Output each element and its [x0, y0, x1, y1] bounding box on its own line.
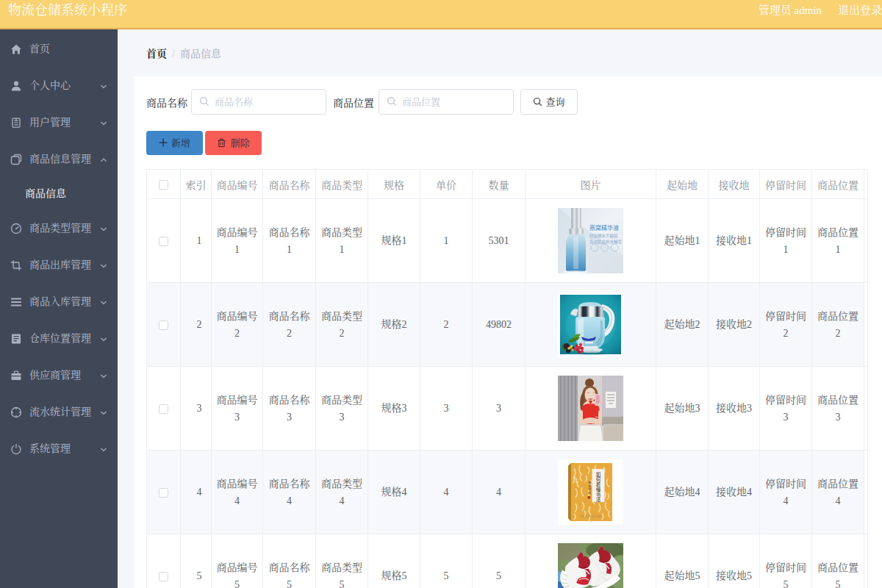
svg-text:春: 春	[589, 481, 592, 484]
svg-text:轻拍爆水不黏腻: 轻拍爆水不黏腻	[589, 233, 618, 239]
svg-text:堂: 堂	[589, 487, 592, 491]
svg-text:何: 何	[596, 476, 601, 482]
svg-text:著: 著	[589, 491, 592, 495]
svg-text:中国美术学院出版社: 中国美术学院出版社	[579, 514, 603, 518]
svg-text:法: 法	[596, 496, 601, 503]
svg-text:直达肌底补水精华: 直达肌底补水精华	[589, 239, 623, 245]
svg-text:雨: 雨	[589, 484, 592, 488]
svg-text:燕窝精华液: 燕窝精华液	[589, 224, 619, 232]
